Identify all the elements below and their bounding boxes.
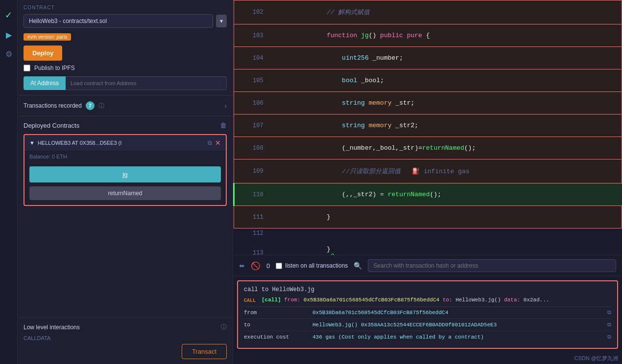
code-content-107: string memory _str2;: [269, 114, 622, 137]
transactions-label: Transactions recorded: [24, 102, 82, 109]
close-instance-icon[interactable]: ✕: [215, 139, 221, 147]
exec-cost-value: 436 gas (Cost only applies when called b…: [312, 334, 595, 340]
expand-icon[interactable]: ⬌: [239, 262, 245, 270]
code-content-111: }: [269, 206, 622, 228]
publish-ipfs-label: Publish to IPFS: [34, 65, 75, 71]
code-line-103: 103 function jg() public pure {: [234, 24, 622, 47]
trash-icon[interactable]: 🗑: [220, 121, 227, 129]
deploy-row: Deploy: [24, 46, 227, 61]
check-icon: ✓: [5, 10, 12, 21]
line-num-102: 102: [234, 0, 269, 24]
code-content-112: [269, 228, 622, 238]
code-content-102: // 解构式赋值: [269, 0, 622, 24]
code-content-109: //只读取部分返回值 ⛽ infinite gas: [269, 159, 622, 183]
exec-cost-key: execution cost: [244, 334, 303, 340]
contract-section: CONTRACT HelloWeb3 - contracts/text.sol …: [18, 0, 233, 95]
sidebar-icons: ✓ ▶ ⚙: [0, 0, 18, 364]
tx-detail-to: to HelloWeb3.jg() 0x358AA13c52544ECCEF6B…: [244, 318, 611, 331]
transact-button[interactable]: Transact: [182, 344, 227, 359]
publish-ipfs-row: Publish to IPFS: [24, 65, 227, 71]
line-num-106: 106: [234, 92, 269, 114]
code-line-107: 107 string memory _str2;: [234, 114, 622, 137]
tx-detail-from: from 0x5B38Da6a701c568545dCfcB03FcB875f5…: [244, 306, 611, 318]
deployed-section: Deployed Contracts 🗑 ▼ HELLOWEB3 AT 0X35…: [18, 116, 233, 318]
line-num-112: 112: [234, 228, 269, 238]
line-num-111: 111: [234, 206, 269, 228]
deploy-button[interactable]: Deploy: [24, 46, 62, 61]
transactions-left: Transactions recorded 7 ⓘ: [24, 101, 104, 110]
call-icon: CALL: [244, 298, 256, 303]
copy-address-icon[interactable]: ⧉: [208, 139, 212, 146]
at-address-row: At Address: [24, 76, 227, 90]
code-content-106: string memory _str;: [269, 92, 622, 114]
right-panel: 102 // 解构式赋值 103 function jg() public pu…: [233, 0, 622, 364]
line-num-110: 110: [234, 183, 269, 206]
listen-checkbox-row: listen on all transactions: [276, 262, 348, 269]
select-arrow-button[interactable]: ▾: [216, 15, 227, 27]
copy-to-icon[interactable]: ⧉: [607, 322, 611, 328]
low-level-info-icon[interactable]: ⓘ: [221, 323, 227, 331]
balance-label: Balance: 0 ETH: [29, 154, 67, 159]
tx-count: 0: [266, 262, 270, 270]
contract-section-label: CONTRACT: [24, 5, 227, 10]
tx-detail-exec-cost: execution cost 436 gas (Cost only applie…: [244, 331, 611, 343]
info-icon[interactable]: ⓘ: [98, 102, 104, 110]
copy-exec-cost-icon[interactable]: ⧉: [607, 334, 611, 340]
arrow-icon[interactable]: ▶: [6, 30, 12, 40]
listen-label: listen on all transactions: [285, 262, 348, 269]
watermark: CSDN @忆梦九洲: [233, 353, 622, 364]
contract-instance: ▼ HELLOWEB3 AT 0X358...D5EE3 (I ⧉ ✕ Bala…: [24, 134, 227, 206]
calldata-label: CALLDATA: [24, 335, 227, 341]
bottom-toolbar: ⬌ 🚫 0 listen on all transactions 🔍: [233, 255, 622, 276]
transactions-chevron[interactable]: ›: [224, 102, 227, 110]
evm-badge: evm version: paris: [24, 33, 71, 41]
at-address-button[interactable]: At Address: [24, 76, 66, 90]
contract-instance-header: ▼ HELLOWEB3 AT 0X358...D5EE3 (I ⧉ ✕: [24, 135, 226, 151]
transactions-section: Transactions recorded 7 ⓘ ›: [18, 95, 233, 116]
code-line-108: 108 (_number,_bool,_str)=returnNamed();: [234, 137, 622, 159]
to-value: HelloWeb3.jg() 0x358AA13c52544ECCEF6B0AD…: [312, 322, 595, 328]
code-table: 102 // 解构式赋值 103 function jg() public pu…: [233, 0, 622, 255]
contract-selector-row: HelloWeb3 - contracts/text.sol ▾: [24, 14, 227, 28]
line-num-109: 109: [234, 159, 269, 183]
return-named-button[interactable]: returnNamed: [29, 186, 221, 200]
low-level-header: Low level interactions ⓘ: [24, 323, 227, 331]
contract-select[interactable]: HelloWeb3 - contracts/text.sol: [24, 14, 213, 28]
line-num-104: 104: [234, 47, 269, 69]
line-num-105: 105: [234, 69, 269, 92]
low-level-title: Low level interactions: [24, 324, 80, 331]
tx-log: call to HelloWeb3.jg CALL [call] from: 0…: [237, 280, 618, 349]
person-icon[interactable]: ⚙: [5, 49, 12, 59]
load-contract-input[interactable]: [66, 76, 227, 90]
search-icon[interactable]: 🔍: [354, 262, 362, 270]
chevron-down-icon[interactable]: ▼: [29, 140, 35, 146]
code-line-110: 110 (,,_str2) = returnNamed();: [234, 183, 622, 206]
copy-from-icon[interactable]: ⧉: [607, 310, 611, 316]
code-line-102: 102 // 解构式赋值: [234, 0, 622, 24]
no-icon[interactable]: 🚫: [251, 261, 261, 271]
tx-log-call-row: CALL [call] from: 0x5B38Da6a701c568545dC…: [244, 297, 611, 303]
from-value: 0x5B38Da6a701c568545dCfcB03FcB875f56bedd…: [312, 310, 595, 316]
tx-log-title: call to HelloWeb3.jg: [244, 286, 611, 293]
code-editor: 102 // 解构式赋值 103 function jg() public pu…: [233, 0, 622, 255]
code-line-106: 106 string memory _str;: [234, 92, 622, 114]
code-content-103: function jg() public pure {: [269, 24, 622, 47]
code-line-112: 112: [234, 228, 622, 238]
to-key: to: [244, 322, 303, 328]
code-line-104: 104 uint256 _number;: [234, 47, 622, 69]
code-line-113: 113 } 🛢: [234, 238, 622, 255]
code-line-111: 111 }: [234, 206, 622, 228]
code-line-109: 109 //只读取部分返回值 ⛽ infinite gas: [234, 159, 622, 183]
code-line-105: 105 bool _bool;: [234, 69, 622, 92]
publish-ipfs-checkbox[interactable]: [24, 65, 30, 71]
balance-row: Balance: 0 ETH: [24, 151, 226, 162]
jg-button[interactable]: jg: [29, 166, 221, 182]
instance-name: HELLOWEB3 AT 0X358...D5EE3 (I: [38, 140, 205, 146]
code-content-113: } 🛢: [269, 238, 622, 255]
deployed-title: Deployed Contracts: [24, 122, 79, 129]
code-content-105: bool _bool;: [269, 69, 622, 92]
search-input[interactable]: [368, 259, 616, 272]
listen-checkbox[interactable]: [276, 263, 282, 269]
line-num-103: 103: [234, 24, 269, 47]
from-key: from: [244, 310, 303, 316]
